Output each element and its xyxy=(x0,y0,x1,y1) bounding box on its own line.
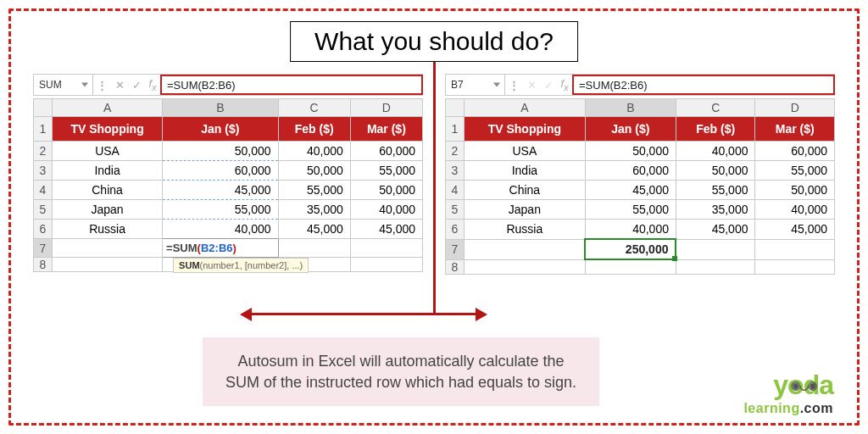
cell[interactable]: 45,000 xyxy=(755,220,835,240)
col-header[interactable]: B xyxy=(585,99,676,117)
row-header[interactable]: 6 xyxy=(446,220,465,240)
cell[interactable] xyxy=(350,258,422,272)
cell[interactable]: 45,000 xyxy=(676,220,755,240)
cancel-icon[interactable]: ✕ xyxy=(115,79,125,92)
cell[interactable]: 60,000 xyxy=(350,142,422,161)
cell[interactable] xyxy=(350,239,422,258)
more-icon[interactable]: ⋮ xyxy=(97,79,108,92)
cell[interactable]: 55,000 xyxy=(585,200,676,220)
formula-input[interactable]: =SUM(B2:B6) xyxy=(572,75,835,95)
row-header[interactable]: 1 xyxy=(446,117,465,142)
cell[interactable]: 50,000 xyxy=(163,142,278,161)
cell[interactable]: Mar ($) xyxy=(350,117,422,142)
cell[interactable]: 60,000 xyxy=(163,161,278,181)
cell[interactable]: 45,000 xyxy=(350,220,422,239)
cell[interactable]: 40,000 xyxy=(676,142,755,161)
cell[interactable]: 50,000 xyxy=(676,161,755,181)
cell[interactable]: USA xyxy=(465,142,586,161)
select-all-corner[interactable] xyxy=(34,99,53,117)
row-header[interactable]: 1 xyxy=(34,117,53,142)
cell[interactable]: 55,000 xyxy=(755,161,835,181)
cell[interactable] xyxy=(676,239,755,259)
row-header[interactable]: 5 xyxy=(34,200,53,220)
cell[interactable] xyxy=(53,258,163,272)
row-header[interactable]: 2 xyxy=(34,142,53,161)
cell[interactable]: Feb ($) xyxy=(278,117,350,142)
cell[interactable]: 35,000 xyxy=(676,200,755,220)
select-all-corner[interactable] xyxy=(446,99,465,117)
cell[interactable]: 40,000 xyxy=(350,200,422,220)
cell[interactable] xyxy=(755,239,835,259)
cell[interactable]: 55,000 xyxy=(676,181,755,200)
cell[interactable] xyxy=(755,259,835,274)
row-header[interactable]: 4 xyxy=(446,181,465,200)
row-header[interactable]: 8 xyxy=(446,259,465,274)
col-header[interactable]: C xyxy=(278,99,350,117)
cell[interactable]: TV Shopping xyxy=(465,117,586,142)
fx-icon[interactable]: fx xyxy=(149,77,157,92)
cell[interactable]: Jan ($) xyxy=(585,117,676,142)
cell[interactable]: Russia xyxy=(465,220,586,240)
row-header[interactable]: 8 xyxy=(34,258,53,272)
cell[interactable]: 45,000 xyxy=(585,181,676,200)
row-header[interactable]: 5 xyxy=(446,200,465,220)
row-header[interactable]: 3 xyxy=(446,161,465,181)
cell[interactable]: China xyxy=(465,181,586,200)
cell[interactable] xyxy=(53,239,163,258)
cell[interactable]: India xyxy=(465,161,586,181)
cell[interactable]: 40,000 xyxy=(755,200,835,220)
cell[interactable]: 55,000 xyxy=(350,161,422,181)
cell[interactable]: 50,000 xyxy=(755,181,835,200)
spreadsheet-grid[interactable]: A B C D 1 TV Shopping Jan ($) Feb ($) Ma… xyxy=(33,98,423,272)
cell[interactable]: USA xyxy=(53,142,163,161)
chevron-down-icon[interactable] xyxy=(493,83,500,87)
name-box[interactable]: SUM xyxy=(34,75,93,95)
row-header[interactable]: 4 xyxy=(34,181,53,200)
cell[interactable]: 60,000 xyxy=(755,142,835,161)
col-header[interactable]: B xyxy=(163,99,278,117)
spreadsheet-grid[interactable]: A B C D 1 TV Shopping Jan ($) Feb ($) Ma… xyxy=(445,98,835,275)
active-cell[interactable]: 250,000 xyxy=(585,239,676,259)
cell[interactable]: Jan ($) xyxy=(163,117,278,142)
formula-input[interactable]: =SUM(B2:B6) xyxy=(160,75,423,95)
col-header[interactable]: A xyxy=(465,99,586,117)
cell[interactable] xyxy=(465,259,586,274)
cell[interactable]: TV Shopping xyxy=(53,117,163,142)
cell[interactable]: India xyxy=(53,161,163,181)
cell[interactable] xyxy=(676,259,755,274)
active-cell[interactable]: =SUM(B2:B6) SUM(number1, [number2], ...) xyxy=(163,239,278,258)
cell[interactable]: 55,000 xyxy=(163,200,278,220)
row-header[interactable]: 2 xyxy=(446,142,465,161)
cell[interactable]: 45,000 xyxy=(163,181,278,200)
cell[interactable]: 45,000 xyxy=(278,220,350,239)
cell[interactable] xyxy=(585,259,676,274)
cell[interactable]: 60,000 xyxy=(585,161,676,181)
cell[interactable] xyxy=(465,239,586,259)
cell[interactable]: 50,000 xyxy=(278,161,350,181)
cell[interactable]: 50,000 xyxy=(585,142,676,161)
row-header[interactable]: 7 xyxy=(34,239,53,258)
cell[interactable]: 40,000 xyxy=(585,220,676,240)
chevron-down-icon[interactable] xyxy=(81,83,88,87)
accept-icon[interactable]: ✓ xyxy=(132,79,142,92)
cell[interactable]: 50,000 xyxy=(350,181,422,200)
row-header[interactable]: 3 xyxy=(34,161,53,181)
row-header[interactable]: 6 xyxy=(34,220,53,239)
cell[interactable]: Japan xyxy=(53,200,163,220)
cell[interactable]: Russia xyxy=(53,220,163,239)
row-header[interactable]: 7 xyxy=(446,239,465,259)
cell[interactable]: Japan xyxy=(465,200,586,220)
cell[interactable]: 40,000 xyxy=(278,142,350,161)
col-header[interactable]: D xyxy=(350,99,422,117)
name-box[interactable]: B7 xyxy=(446,75,505,95)
cell[interactable]: 55,000 xyxy=(278,181,350,200)
more-icon[interactable]: ⋮ xyxy=(509,79,520,92)
cell[interactable]: China xyxy=(53,181,163,200)
cell[interactable] xyxy=(278,239,350,258)
col-header[interactable]: A xyxy=(53,99,163,117)
col-header[interactable]: C xyxy=(676,99,755,117)
col-header[interactable]: D xyxy=(755,99,835,117)
cell[interactable]: 40,000 xyxy=(163,220,278,239)
fx-icon[interactable]: fx xyxy=(561,77,569,92)
cell[interactable]: 35,000 xyxy=(278,200,350,220)
